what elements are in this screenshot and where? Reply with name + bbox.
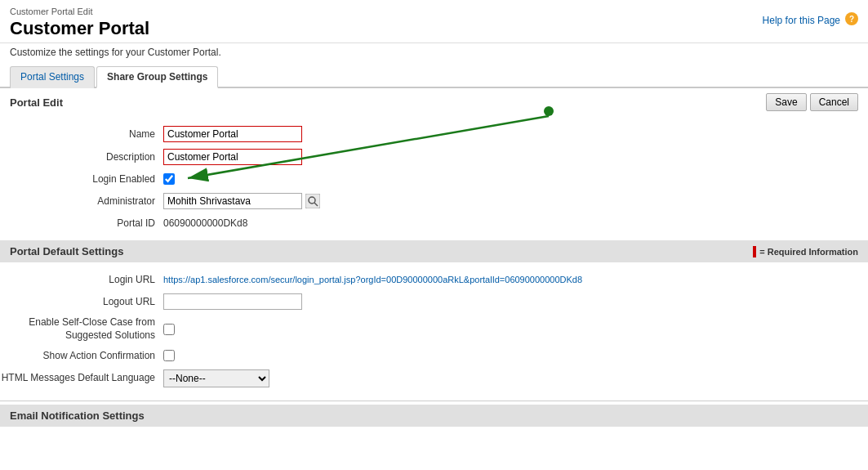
login-enabled-value-cell (163, 173, 868, 185)
portal-id-value: 06090000000DKd8 (163, 217, 247, 229)
administrator-input[interactable] (163, 193, 302, 209)
portal-edit-title: Portal Edit (10, 96, 63, 109)
logout-url-row: Logout URL (0, 290, 868, 313)
login-url-link[interactable]: https://ap1.salesforce.com/secur/login_p… (163, 275, 582, 284)
self-close-row: Enable Self-Close Case from Suggested So… (0, 313, 868, 345)
self-close-value-cell (163, 324, 868, 335)
self-close-label: Enable Self-Close Case from Suggested So… (0, 316, 163, 342)
login-url-label: Login URL (0, 274, 163, 285)
description-value-cell (163, 149, 868, 165)
name-label: Name (0, 128, 163, 140)
login-enabled-checkbox[interactable] (163, 173, 175, 185)
portal-defaults-title: Portal Default Settings (10, 245, 123, 257)
name-value-cell (163, 126, 868, 142)
show-action-row: Show Action Confirmation (0, 345, 868, 366)
email-section-title: Email Notification Settings (0, 405, 868, 427)
logout-url-value-cell (163, 293, 868, 310)
page-breadcrumb: Customer Portal Edit (10, 7, 149, 16)
html-messages-select[interactable]: --None-- (163, 369, 269, 387)
name-input[interactable] (163, 126, 302, 142)
required-info-text: = Required Information (759, 247, 858, 257)
portal-id-row: Portal ID 06090000000DKd8 (0, 213, 868, 234)
description-input[interactable] (163, 149, 302, 165)
logout-url-label: Logout URL (0, 296, 163, 307)
help-link[interactable]: Help for this Page (763, 15, 840, 26)
html-messages-value-cell: --None-- (163, 369, 868, 387)
portal-edit-toolbar: Portal Edit Save Cancel (0, 88, 868, 116)
svg-rect-3 (305, 194, 320, 208)
cancel-button[interactable]: Cancel (810, 93, 858, 111)
show-action-label: Show Action Confirmation (0, 350, 163, 361)
name-row: Name (0, 123, 868, 145)
self-close-checkbox[interactable] (163, 324, 175, 335)
page-subtitle: Customize the settings for your Customer… (0, 43, 868, 65)
portal-id-value-cell: 06090000000DKd8 (163, 217, 868, 229)
tabs-container: Portal Settings Share Group Settings (0, 65, 868, 88)
administrator-value-cell (163, 193, 868, 209)
login-url-value-cell: https://ap1.salesforce.com/secur/login_p… (163, 275, 868, 284)
section-divider (0, 401, 868, 401)
tab-portal-settings[interactable]: Portal Settings (10, 66, 95, 88)
login-enabled-label: Login Enabled (0, 173, 163, 185)
description-label: Description (0, 151, 163, 163)
required-bar-icon (753, 246, 756, 257)
show-action-checkbox[interactable] (163, 350, 175, 361)
save-button[interactable]: Save (766, 93, 806, 111)
login-url-row: Login URL https://ap1.salesforce.com/sec… (0, 269, 868, 290)
required-info: = Required Information (753, 246, 858, 257)
portal-defaults-form: Login URL https://ap1.salesforce.com/sec… (0, 262, 868, 397)
html-messages-label: HTML Messages Default Language (0, 372, 163, 385)
administrator-lookup-icon[interactable] (305, 194, 320, 208)
page-title: Customer Portal (10, 18, 149, 39)
description-row: Description (0, 145, 868, 168)
logout-url-input[interactable] (163, 293, 302, 310)
portal-id-label: Portal ID (0, 217, 163, 229)
administrator-label: Administrator (0, 195, 163, 207)
portal-defaults-header: Portal Default Settings = Required Infor… (0, 240, 868, 262)
html-messages-row: HTML Messages Default Language --None-- (0, 366, 868, 391)
administrator-row: Administrator (0, 190, 868, 213)
show-action-value-cell (163, 350, 868, 361)
tab-share-group-settings[interactable]: Share Group Settings (96, 66, 218, 88)
portal-edit-form: Name Description Login Enabled Administr… (0, 116, 868, 240)
login-enabled-row: Login Enabled (0, 168, 868, 190)
help-icon: ? (845, 12, 858, 25)
